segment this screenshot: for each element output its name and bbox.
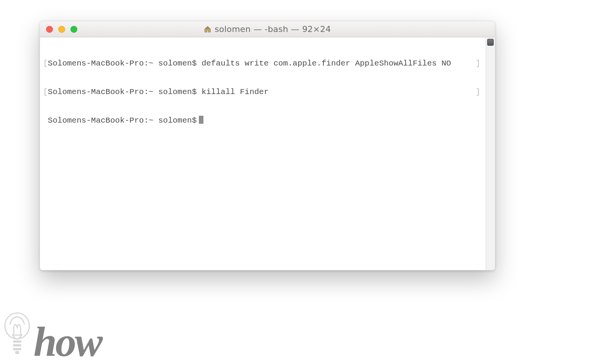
terminal-output[interactable]: [ Solomens-MacBook-Pro:~ solomen$ defaul… xyxy=(40,37,486,270)
shell-prompt: Solomens-MacBook-Pro:~ solomen$ xyxy=(48,116,197,125)
line-close-bracket: ] xyxy=(475,87,483,97)
svg-rect-4 xyxy=(15,351,19,354)
terminal-line: [ Solomens-MacBook-Pro:~ solomen$ defaul… xyxy=(43,59,483,68)
window-title-text: solomen — -bash — 92×24 xyxy=(214,24,331,34)
scrollbar-thumb[interactable] xyxy=(487,39,494,46)
terminal-body: [ Solomens-MacBook-Pro:~ solomen$ defaul… xyxy=(40,37,495,270)
home-icon xyxy=(204,26,211,33)
svg-rect-3 xyxy=(13,348,21,350)
shell-prompt: Solomens-MacBook-Pro:~ solomen$ xyxy=(48,59,197,68)
terminal-line: [ Solomens-MacBook-Pro:~ solomen$ killal… xyxy=(43,87,483,97)
terminal-line: Solomens-MacBook-Pro:~ solomen$ xyxy=(43,116,483,125)
zoom-button[interactable] xyxy=(70,26,77,33)
minimize-button[interactable] xyxy=(58,26,65,33)
window-title: solomen — -bash — 92×24 xyxy=(40,24,495,34)
watermark: how xyxy=(2,310,101,356)
close-button[interactable] xyxy=(46,26,53,33)
shell-prompt: Solomens-MacBook-Pro:~ solomen$ xyxy=(48,87,197,97)
traffic-lights xyxy=(40,26,77,33)
line-close-bracket: ] xyxy=(475,59,483,68)
svg-rect-1 xyxy=(13,340,21,343)
shell-command: defaults write com.apple.finder AppleSho… xyxy=(202,59,451,68)
text-cursor xyxy=(199,116,203,124)
line-open-bracket: [ xyxy=(43,87,48,97)
watermark-text: how xyxy=(34,323,101,361)
terminal-window: solomen — -bash — 92×24 [ Solomens-MacBo… xyxy=(40,21,495,270)
line-open-bracket: [ xyxy=(43,59,48,68)
shell-command: killall Finder xyxy=(202,87,269,97)
window-titlebar[interactable]: solomen — -bash — 92×24 xyxy=(40,21,495,37)
lightbulb-icon xyxy=(2,310,32,356)
svg-rect-2 xyxy=(13,344,21,346)
scrollbar[interactable] xyxy=(486,37,495,270)
